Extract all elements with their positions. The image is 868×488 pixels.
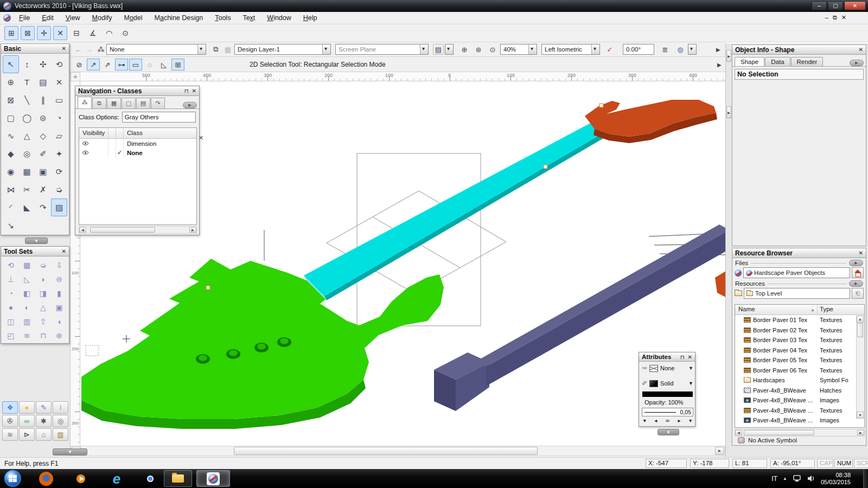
menu-item[interactable]: Model — [118, 13, 148, 23]
scroll-right-icon[interactable]: ► — [189, 227, 196, 233]
resource-row[interactable]: Border Paver 02 Tex Textures — [735, 325, 864, 336]
selection-handle[interactable] — [544, 165, 547, 169]
zoom-dropdown[interactable]: 40% — [500, 44, 537, 55]
tab-overflow-icon[interactable]: ▶ — [183, 102, 197, 108]
hidden-icons-arrow[interactable]: ▲ — [783, 476, 787, 481]
active-class-dropdown[interactable]: None — [106, 44, 206, 55]
toolset-tool-button[interactable]: ⊥ — [3, 272, 19, 286]
mdi-minimize-icon[interactable]: – — [825, 14, 828, 21]
line-weight-field[interactable]: 0,05 — [642, 408, 693, 416]
basic-tool-button[interactable]: ◎ — [19, 145, 35, 163]
toolset-tool-button[interactable]: ⊜ — [51, 272, 67, 286]
menu-item[interactable]: View — [60, 13, 86, 23]
name-column-header[interactable]: Name▲ — [735, 305, 818, 314]
scroll-left-icon[interactable]: ◄ — [735, 430, 742, 435]
dropdown-arrow-icon[interactable] — [197, 44, 206, 54]
toolset-tool-button[interactable]: ⇩ — [51, 258, 67, 272]
visibility-column-header[interactable]: Visibility — [79, 128, 108, 138]
basic-tool-button[interactable]: ✦ — [51, 145, 67, 163]
vectorworks-taskbar-button[interactable] — [196, 470, 230, 487]
toolset-tool-button[interactable]: ◺ — [19, 272, 35, 286]
close-button[interactable]: ✕ — [844, 1, 866, 10]
toolset-tool-button[interactable]: △ — [35, 300, 52, 314]
visibility-eye-icon[interactable] — [82, 142, 88, 145]
toolset-tool-button[interactable]: ◖ — [51, 314, 67, 329]
basic-tool-button[interactable]: ✕ — [51, 73, 67, 91]
basic-tool-button[interactable]: △ — [19, 127, 35, 145]
constraint-toggle-button[interactable]: ◠ — [102, 26, 116, 40]
basic-tool-button[interactable]: ∥ — [35, 91, 52, 109]
navigation-tab[interactable]: ⧉ — [92, 98, 106, 108]
constraint-toggle-button[interactable]: ⊟ — [69, 26, 84, 40]
guitar-neck-side[interactable] — [324, 133, 604, 300]
dropdown-arrow-icon[interactable] — [322, 44, 330, 54]
symbol-tool-button[interactable]: ⎗ — [852, 288, 864, 299]
constraint-toggle-button[interactable]: ✕ — [53, 26, 67, 40]
pin-icon[interactable]: ⊓ — [184, 88, 189, 94]
render-mode-icon[interactable]: ◍ — [675, 44, 686, 55]
scroll-right-icon[interactable]: ► — [857, 430, 864, 435]
resource-vscrollbar[interactable]: ▲ ▼ — [856, 316, 864, 419]
layer-options-icon[interactable]: ≣ — [660, 44, 671, 55]
toolset-tool-button[interactable]: ● — [3, 300, 19, 314]
forward-icon[interactable]: → — [84, 44, 94, 55]
toolset-category-button[interactable]: ◎ — [53, 415, 68, 427]
resource-row[interactable]: Paver-4x8_BWeave ... Images — [735, 395, 864, 406]
resource-row[interactable]: Border Paver 04 Tex Textures — [735, 345, 864, 356]
basic-tool-button[interactable]: ▤ — [35, 73, 52, 91]
mode-button[interactable]: ⊶ — [115, 59, 128, 70]
menu-item[interactable]: Tools — [209, 13, 237, 23]
palette-collapse-button[interactable]: ▼ — [658, 429, 679, 435]
speaker-icon[interactable] — [807, 475, 815, 482]
toolset-tool-button[interactable]: ⊛ — [51, 329, 67, 343]
scroll-thumb[interactable] — [234, 447, 538, 455]
basic-tool-button[interactable]: ⟲ — [51, 55, 67, 73]
basic-tool-button[interactable]: ▭ — [51, 91, 67, 109]
basic-tool-button[interactable]: ⟳ — [51, 163, 67, 181]
dropdown-arrow-icon[interactable] — [420, 44, 428, 54]
render-dropdown[interactable] — [688, 44, 697, 55]
scroll-thumb[interactable] — [744, 430, 814, 435]
dropdown-arrow-icon[interactable]: ▾ — [689, 418, 692, 423]
attributes-titlebar[interactable]: Attributes ⊓ ✕ — [639, 352, 695, 362]
neck-blank-top[interactable] — [476, 224, 725, 367]
toolset-tool-button[interactable]: ⟲ — [3, 258, 19, 272]
guitar-neck[interactable] — [304, 121, 602, 296]
toolset-category-button[interactable]: ❖ — [2, 401, 18, 414]
toolset-tool-button[interactable]: ⇧ — [35, 314, 52, 329]
navigation-titlebar[interactable]: Navigation - Classes ⊓ ✕ — [75, 86, 199, 96]
toolset-tool-button[interactable]: ◔ — [3, 286, 19, 300]
layers-icon[interactable]: ⧉ — [210, 44, 221, 55]
basic-tool-button[interactable]: ◔ — [51, 109, 67, 127]
basic-tool-button[interactable]: ⊕ — [3, 73, 19, 91]
basic-tool-button[interactable]: ◉ — [3, 163, 19, 181]
mode-button[interactable]: ↗ — [87, 59, 100, 70]
menu-item[interactable]: Text — [237, 13, 261, 23]
start-button[interactable] — [4, 470, 21, 487]
basic-tool-button[interactable]: ✣ — [35, 55, 52, 73]
toolbar-overflow-icon[interactable]: ▶ — [716, 47, 720, 53]
toolset-tool-button[interactable]: ◐ — [19, 300, 35, 314]
basic-tool-button[interactable]: ⋈ — [3, 181, 19, 198]
resource-row[interactable]: Paver-4x8_BWeave ... Textures — [735, 406, 864, 416]
basic-tool-button[interactable]: ✗ — [35, 181, 52, 198]
pin-icon[interactable]: ⊓ — [680, 354, 685, 360]
view-dropdown[interactable]: Left Isometric — [541, 44, 600, 55]
resource-row[interactable]: Hardscapes Symbol Fo — [735, 375, 864, 386]
scroll-right-icon[interactable]: ► — [715, 447, 724, 455]
toolset-category-button[interactable]: ▥ — [53, 428, 68, 441]
menu-item[interactable]: File — [13, 13, 36, 23]
close-icon[interactable]: ✕ — [859, 47, 863, 53]
toolset-category-button[interactable]: ✎ — [36, 401, 52, 414]
menu-item[interactable]: Machine Design — [149, 13, 209, 23]
navigation-tab[interactable]: ▦ — [107, 98, 121, 108]
mdi-restore-icon[interactable]: ⧉ — [833, 14, 837, 21]
menu-item[interactable]: Window — [261, 13, 297, 23]
basic-tool-button[interactable]: ▱ — [51, 127, 67, 145]
palette-collapse-button[interactable]: ▼ — [25, 237, 48, 244]
object-info-titlebar[interactable]: Object Info - Shape ✕ — [732, 45, 866, 55]
navigation-tab[interactable]: ▤ — [136, 98, 150, 108]
basic-tool-button[interactable]: ⊠ — [3, 91, 19, 109]
toolset-category-button[interactable]: ✇ — [2, 415, 18, 427]
mode-button[interactable]: ⇗ — [101, 59, 114, 70]
